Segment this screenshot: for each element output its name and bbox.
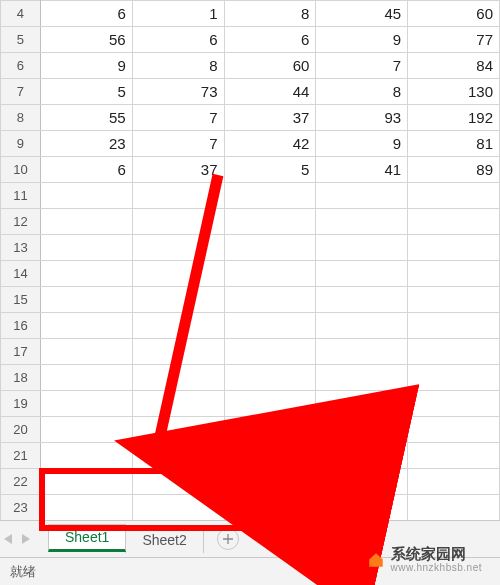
cell[interactable]: 81 — [408, 131, 500, 157]
cell[interactable] — [316, 495, 408, 521]
cell[interactable] — [224, 261, 316, 287]
cell[interactable]: 77 — [408, 27, 500, 53]
row-header[interactable]: 23 — [1, 495, 41, 521]
cell[interactable] — [132, 339, 224, 365]
sheet-nav-next-icon[interactable] — [22, 534, 30, 544]
cell[interactable] — [408, 339, 500, 365]
cell[interactable] — [40, 235, 132, 261]
cell[interactable] — [316, 443, 408, 469]
row-header[interactable]: 10 — [1, 157, 41, 183]
row-header[interactable]: 5 — [1, 27, 41, 53]
cell[interactable] — [132, 261, 224, 287]
sheet-tab-other[interactable]: Sheet2 — [125, 526, 203, 553]
cell[interactable]: 6 — [224, 27, 316, 53]
cell[interactable] — [408, 287, 500, 313]
cell[interactable] — [132, 469, 224, 495]
cell[interactable] — [224, 183, 316, 209]
row-header[interactable]: 18 — [1, 365, 41, 391]
cell[interactable] — [408, 443, 500, 469]
cell[interactable]: 8 — [316, 79, 408, 105]
cell[interactable]: 8 — [132, 53, 224, 79]
row-header[interactable]: 8 — [1, 105, 41, 131]
cell[interactable] — [316, 469, 408, 495]
cell[interactable]: 45 — [316, 1, 408, 27]
row-header[interactable]: 11 — [1, 183, 41, 209]
cell[interactable] — [40, 443, 132, 469]
row-header[interactable]: 4 — [1, 1, 41, 27]
cell[interactable] — [316, 183, 408, 209]
cell[interactable]: 8 — [224, 1, 316, 27]
sheet-nav-prev-icon[interactable] — [4, 534, 12, 544]
cell[interactable] — [408, 365, 500, 391]
cell[interactable] — [224, 313, 316, 339]
cell[interactable] — [224, 469, 316, 495]
cell[interactable]: 23 — [40, 131, 132, 157]
cell[interactable] — [40, 417, 132, 443]
cell[interactable] — [316, 417, 408, 443]
add-sheet-button[interactable] — [217, 528, 239, 550]
cell[interactable]: 37 — [224, 105, 316, 131]
row-header[interactable]: 7 — [1, 79, 41, 105]
cell[interactable] — [224, 391, 316, 417]
cell[interactable] — [224, 365, 316, 391]
cell[interactable]: 93 — [316, 105, 408, 131]
row-header[interactable]: 12 — [1, 209, 41, 235]
cell[interactable] — [224, 495, 316, 521]
row-header[interactable]: 14 — [1, 261, 41, 287]
cell[interactable] — [224, 443, 316, 469]
cell[interactable]: 56 — [40, 27, 132, 53]
cell[interactable]: 84 — [408, 53, 500, 79]
cell[interactable] — [224, 287, 316, 313]
cell[interactable]: 9 — [40, 53, 132, 79]
cell[interactable]: 60 — [224, 53, 316, 79]
cell[interactable]: 192 — [408, 105, 500, 131]
cell[interactable] — [224, 417, 316, 443]
cell[interactable] — [132, 235, 224, 261]
cell[interactable]: 44 — [224, 79, 316, 105]
cell[interactable]: 42 — [224, 131, 316, 157]
row-header[interactable]: 20 — [1, 417, 41, 443]
cell[interactable] — [132, 313, 224, 339]
cell[interactable] — [408, 469, 500, 495]
cell[interactable] — [408, 313, 500, 339]
cell[interactable] — [316, 339, 408, 365]
cell[interactable]: 6 — [40, 1, 132, 27]
cell[interactable] — [132, 443, 224, 469]
row-header[interactable]: 6 — [1, 53, 41, 79]
cell[interactable] — [132, 495, 224, 521]
cell[interactable] — [316, 209, 408, 235]
row-header[interactable]: 19 — [1, 391, 41, 417]
row-header[interactable]: 15 — [1, 287, 41, 313]
cell[interactable]: 9 — [316, 131, 408, 157]
row-header[interactable]: 9 — [1, 131, 41, 157]
cell[interactable] — [40, 339, 132, 365]
cell[interactable]: 41 — [316, 157, 408, 183]
cell[interactable] — [40, 209, 132, 235]
cell[interactable] — [408, 391, 500, 417]
cell[interactable] — [408, 495, 500, 521]
row-header[interactable]: 22 — [1, 469, 41, 495]
cell[interactable] — [132, 209, 224, 235]
cell[interactable] — [316, 365, 408, 391]
cell[interactable] — [316, 235, 408, 261]
cell[interactable] — [316, 391, 408, 417]
spreadsheet-grid[interactable]: 4618456055666977698607847573448130855737… — [0, 0, 500, 520]
cell[interactable] — [40, 287, 132, 313]
cell[interactable]: 7 — [316, 53, 408, 79]
cell[interactable] — [132, 391, 224, 417]
cell[interactable] — [132, 365, 224, 391]
cell[interactable]: 130 — [408, 79, 500, 105]
cell[interactable]: 6 — [40, 157, 132, 183]
row-header[interactable]: 17 — [1, 339, 41, 365]
cell[interactable] — [224, 235, 316, 261]
cell[interactable] — [40, 261, 132, 287]
cell[interactable]: 37 — [132, 157, 224, 183]
cell[interactable]: 7 — [132, 131, 224, 157]
cell[interactable]: 9 — [316, 27, 408, 53]
cell[interactable]: 7 — [132, 105, 224, 131]
cell[interactable] — [316, 313, 408, 339]
cell[interactable] — [224, 339, 316, 365]
cell[interactable] — [408, 261, 500, 287]
cell[interactable] — [132, 183, 224, 209]
cell[interactable] — [408, 209, 500, 235]
